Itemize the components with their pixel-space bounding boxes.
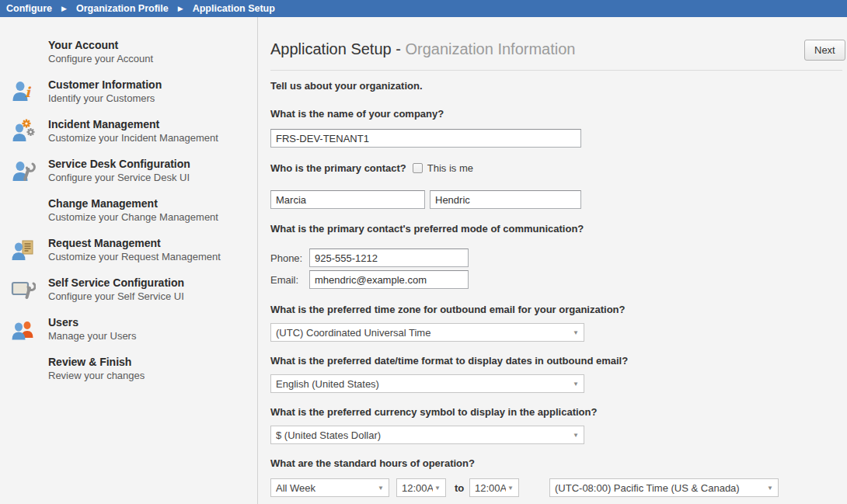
timezone-select[interactable]: (UTC) Coordinated Universal Time ▼ <box>270 323 584 342</box>
chevron-down-icon: ▼ <box>507 485 514 492</box>
sidebar-item-subtitle: Manage your Users <box>48 329 136 342</box>
this-is-me-label: This is me <box>427 162 473 174</box>
email-label: Email: <box>270 274 298 286</box>
phone-label: Phone: <box>270 252 302 264</box>
timezone-select-value: (UTC) Coordinated Universal Time <box>276 327 568 339</box>
sidebar-item-incident-management[interactable]: Incident Management Customize your Incid… <box>11 118 252 144</box>
hours-days-select-value: All Week <box>276 482 373 494</box>
company-question: What is the name of your company? <box>270 108 444 120</box>
sidebar-item-service-desk-configuration[interactable]: Service Desk Configuration Configure you… <box>11 158 252 184</box>
next-button[interactable]: Next <box>804 40 845 61</box>
hours-start-time-select[interactable]: 12:00AM ▼ <box>396 478 446 497</box>
phone-input[interactable] <box>309 249 469 267</box>
sidebar-item-request-management[interactable]: Request Management Customize your Reques… <box>11 237 252 263</box>
hours-start-time-value: 12:00AM <box>402 482 433 494</box>
sidebar-item-review-finish[interactable]: Review & Finish Review your changes <box>11 356 252 382</box>
hours-end-time-select[interactable]: 12:00AM ▼ <box>469 478 519 497</box>
two-users-icon <box>11 317 36 342</box>
chevron-down-icon: ▼ <box>573 381 579 388</box>
sidebar-item-title: Users <box>48 316 136 329</box>
sidebar-item-title: Service Desk Configuration <box>48 158 190 171</box>
hours-to-label: to <box>455 482 464 494</box>
sidebar-item-title: Request Management <box>48 237 221 250</box>
chevron-down-icon: ▼ <box>767 485 773 492</box>
person-gears-icon <box>11 119 36 144</box>
timezone-question: What is the preferred time zone for outb… <box>270 304 625 315</box>
chevron-down-icon: ▼ <box>573 432 579 439</box>
sidebar-item-title: Incident Management <box>48 118 218 131</box>
datetime-format-select[interactable]: English (United States) ▼ <box>270 374 584 393</box>
person-wrench-icon <box>11 158 36 183</box>
hours-days-select[interactable]: All Week ▼ <box>270 478 389 497</box>
this-is-me-checkbox[interactable] <box>413 163 423 173</box>
breadcrumb: Configure ▶ Organization Profile ▶ Appli… <box>0 0 847 17</box>
sidebar-item-customer-information[interactable]: i Customer Information Identify your Cus… <box>11 78 252 105</box>
datetime-format-question: What is the preferred date/time format t… <box>270 355 628 367</box>
breadcrumb-arrow-icon: ▶ <box>178 5 183 12</box>
sidebar-item-subtitle: Customize your Request Management <box>48 250 221 263</box>
hours-question: What are the standard hours of operation… <box>270 457 475 469</box>
hours-timezone-value: (UTC-08:00) Pacific Time (US & Canada) <box>555 482 762 494</box>
sidebar-item-subtitle: Identify your Customers <box>48 92 162 105</box>
sidebar-item-self-service-configuration[interactable]: Self Service Configuration Configure you… <box>11 276 252 303</box>
svg-text:i: i <box>25 84 32 100</box>
sidebar-item-subtitle: Configure your Self Service UI <box>48 290 184 303</box>
primary-contact-question: Who is the primary contact? <box>270 162 406 174</box>
sidebar-item-subtitle: Review your changes <box>48 369 145 382</box>
sidebar-item-title: Customer Information <box>48 78 162 92</box>
breadcrumb-arrow-icon: ▶ <box>61 5 67 12</box>
last-name-input[interactable] <box>430 190 581 209</box>
blank-icon <box>11 40 36 64</box>
blank-icon <box>11 198 36 223</box>
sidebar-item-change-management[interactable]: Change Management Customize your Change … <box>11 197 252 224</box>
email-input[interactable] <box>309 270 469 289</box>
person-info-icon: i <box>11 79 36 104</box>
person-document-icon <box>11 238 36 262</box>
hours-timezone-select[interactable]: (UTC-08:00) Pacific Time (US & Canada) ▼ <box>549 478 779 497</box>
currency-question: What is the preferred currency symbol to… <box>270 406 597 418</box>
sidebar-item-subtitle: Configure your Service Desk UI <box>48 171 190 184</box>
sidebar-item-title: Review & Finish <box>48 356 145 369</box>
chevron-down-icon: ▼ <box>434 485 441 492</box>
sidebar-item-title: Self Service Configuration <box>48 276 184 290</box>
chevron-down-icon: ▼ <box>378 485 384 492</box>
communication-question: What is the primary contact's preferred … <box>270 223 584 235</box>
header-divider <box>270 70 842 71</box>
sidebar-item-subtitle: Customize your Incident Management <box>48 131 218 144</box>
sidebar-item-title: Change Management <box>48 197 218 210</box>
breadcrumb-configure[interactable]: Configure <box>6 3 52 14</box>
first-name-input[interactable] <box>270 190 425 209</box>
sidebar-item-subtitle: Configure your Account <box>48 52 153 65</box>
intro-text: Tell us about your organization. <box>270 80 423 92</box>
sidebar-item-title: Your Account <box>48 39 153 52</box>
page-title: Application Setup - Organization Informa… <box>270 40 575 58</box>
breadcrumb-organization-profile[interactable]: Organization Profile <box>76 3 169 14</box>
sidebar-item-subtitle: Customize your Change Management <box>48 210 218 224</box>
breadcrumb-application-setup[interactable]: Application Setup <box>193 3 275 14</box>
sidebar-item-your-account[interactable]: Your Account Configure your Account <box>11 39 252 65</box>
sidebar-divider <box>257 17 258 504</box>
monitor-wrench-icon <box>11 277 36 302</box>
page-title-secondary: Organization Information <box>405 40 575 57</box>
datetime-format-select-value: English (United States) <box>276 378 568 390</box>
company-name-input[interactable] <box>270 129 581 148</box>
sidebar-item-users[interactable]: Users Manage your Users <box>11 316 252 342</box>
currency-select[interactable]: $ (United States Dollar) ▼ <box>270 426 584 444</box>
chevron-down-icon: ▼ <box>573 329 579 336</box>
primary-contact-row: Who is the primary contact? This is me <box>270 162 473 174</box>
blank-icon <box>11 356 36 381</box>
currency-select-value: $ (United States Dollar) <box>276 429 568 441</box>
page-title-primary: Application Setup - <box>270 40 405 57</box>
hours-end-time-value: 12:00AM <box>475 482 506 494</box>
